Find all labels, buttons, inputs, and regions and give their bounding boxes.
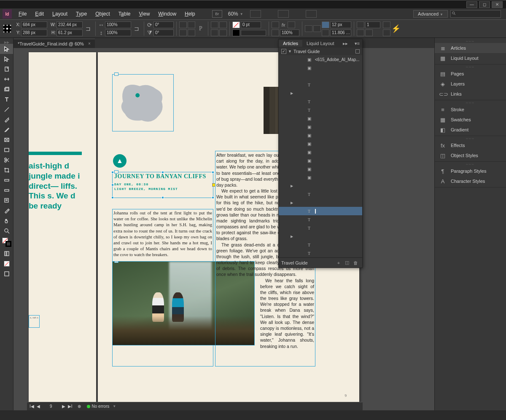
gradient-swatch-tool[interactable] [0, 175, 13, 185]
article-item[interactable]: ▣ [279, 131, 362, 139]
articles-tab[interactable]: Articles [279, 40, 302, 47]
preflight-errors[interactable]: No errors [92, 404, 110, 409]
gap-x[interactable] [330, 21, 351, 28]
h-input[interactable] [57, 29, 83, 36]
article-item[interactable]: ▶ [279, 182, 362, 190]
selected-text-frame[interactable]: JOURNEY TO BANYAN CLIFFS DAY ONE, 08:30 … [112, 172, 213, 198]
pen-tool[interactable] [0, 115, 13, 125]
article-item[interactable]: T [279, 207, 362, 215]
shear-input[interactable] [153, 29, 174, 36]
article-item[interactable]: ▶ [279, 232, 362, 241]
rotate-cw-button[interactable] [188, 21, 195, 28]
corner-options[interactable] [288, 21, 295, 28]
article-item[interactable] [279, 72, 362, 80]
flip-v-button[interactable] [188, 29, 195, 36]
article-item[interactable]: ▣ [279, 114, 362, 123]
workspace-switcher[interactable]: Advanced ▼ [413, 10, 448, 18]
zoom-tool[interactable] [0, 226, 13, 236]
view-mode-button[interactable] [0, 269, 13, 279]
opacity-input[interactable] [280, 29, 299, 36]
disclosure-icon[interactable]: ▼ [288, 49, 292, 54]
maximize-button[interactable]: ◻ [479, 1, 490, 8]
text-frame-small[interactable]: s, rah s [29, 315, 40, 328]
panel-layers[interactable]: ◈Layers [435, 79, 506, 89]
wrap-none[interactable] [305, 25, 312, 32]
delete-article-button[interactable]: 🗑 [351, 260, 360, 265]
article-item[interactable]: ▣ [279, 64, 362, 72]
panel-object-styles[interactable]: ◫Object Styles [435, 150, 506, 161]
article-options-icon[interactable] [355, 49, 360, 54]
article-item[interactable]: T [279, 80, 362, 89]
fit-content[interactable] [322, 21, 329, 28]
scale-y-input[interactable] [105, 29, 131, 36]
view-mode-1[interactable] [250, 10, 261, 18]
apply-color[interactable] [0, 249, 13, 259]
type-tool[interactable] [0, 94, 13, 104]
article-item[interactable]: ▣<615_Adobe_AI_Map... [279, 55, 362, 64]
article-item[interactable]: T [279, 97, 362, 106]
page-field[interactable]: 9 [43, 404, 59, 409]
view-mode-2[interactable] [278, 10, 289, 18]
span-cols[interactable] [365, 29, 373, 36]
menu-window[interactable]: Window [154, 11, 180, 17]
article-item[interactable]: T [279, 106, 362, 114]
article-item[interactable]: T [279, 241, 362, 249]
page-8[interactable]: aist-high d jungle made i direct— liffs.… [29, 52, 96, 403]
fill-stroke-proxy[interactable] [2, 238, 11, 247]
articles-list[interactable]: ▣<615_Adobe_AI_Map...▣T▶TT▣▣▣▣▣▣▣▣▶T▶TTT… [279, 55, 362, 257]
menu-object[interactable]: Object [91, 11, 114, 17]
w-input[interactable] [57, 21, 83, 28]
article-item[interactable]: ▶ [279, 198, 362, 207]
scale-x-input[interactable] [105, 21, 131, 28]
wrap-bounding[interactable] [313, 25, 321, 32]
article-item[interactable]: ▣ [279, 165, 362, 173]
panel-liquid-layout[interactable]: ▦Liquid Layout [435, 53, 506, 63]
line-tool[interactable] [0, 104, 13, 115]
y-input[interactable] [21, 29, 47, 36]
pull-quote-frame[interactable]: aist-high d jungle made i direct— liffs.… [29, 161, 83, 211]
panel-pages[interactable]: ▤Pages [435, 69, 506, 79]
menu-table[interactable]: Table [114, 11, 135, 17]
stroke-swatch[interactable] [232, 29, 240, 36]
menu-view[interactable]: View [135, 11, 154, 17]
article-item[interactable]: ▣ [279, 173, 362, 182]
panel-collapse-icon[interactable]: ▸▸ [340, 40, 350, 47]
article-item[interactable]: ▣ [279, 148, 362, 156]
menu-layout[interactable]: Layout [48, 11, 72, 17]
open-web-button[interactable]: ⊕ [78, 404, 81, 409]
free-transform-tool[interactable] [0, 165, 13, 175]
panel-swatches[interactable]: ▦Swatches [435, 115, 506, 125]
next-page-button[interactable]: ▶ [62, 404, 65, 409]
rectangle-tool[interactable] [0, 145, 13, 155]
fx-button[interactable] [272, 21, 279, 28]
document-window[interactable]: *TravelGuide_Final.indd @ 60%× aist-high… [13, 38, 434, 410]
menu-help[interactable]: Help [180, 11, 199, 17]
pencil-tool[interactable] [0, 125, 13, 135]
rectangle-frame-tool[interactable] [0, 135, 13, 145]
gap-y[interactable] [330, 29, 351, 36]
quick-apply-icon[interactable]: ⚡ [391, 22, 401, 35]
tab-close-icon[interactable]: × [88, 41, 91, 46]
menu-type[interactable]: Type [72, 11, 91, 17]
map-frame[interactable] [112, 74, 174, 131]
articles-panel[interactable]: Articles Liquid Layout ▸▸ ▾≡ ✓ ▼ Travel … [278, 39, 363, 268]
menu-edit[interactable]: Edit [31, 11, 48, 17]
rotate-ccw-button[interactable] [179, 21, 187, 28]
panel-character-styles[interactable]: ACharacter Styles [435, 176, 506, 186]
panel-effects[interactable]: fxEffects [435, 140, 506, 150]
fit-frame[interactable] [322, 29, 329, 36]
panel-menu-icon[interactable]: ▾≡ [352, 40, 362, 47]
gap-tool[interactable] [0, 74, 13, 84]
balance-cols[interactable] [357, 29, 364, 36]
help-search[interactable] [450, 10, 501, 18]
thread-in-port[interactable] [114, 261, 118, 263]
article-item[interactable]: ▣ [279, 156, 362, 165]
stroke-weight[interactable] [241, 21, 261, 28]
align-2[interactable] [383, 29, 390, 36]
menu-file[interactable]: File [14, 11, 31, 17]
columns-input[interactable] [365, 21, 380, 28]
fill-swatch[interactable] [232, 21, 240, 28]
thread-in-port[interactable] [114, 170, 118, 174]
zoom-level[interactable]: 60% [228, 11, 238, 17]
direct-selection-tool[interactable] [0, 54, 13, 64]
